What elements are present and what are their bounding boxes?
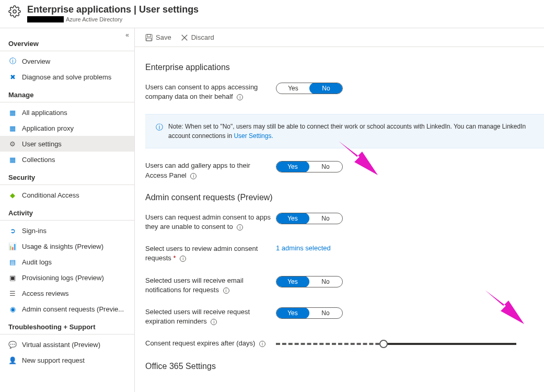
- expiration-reminder-toggle[interactable]: Yes No: [276, 307, 343, 319]
- toolbar: Save Discard: [135, 28, 544, 47]
- consent-icon: ◉: [8, 305, 17, 313]
- page-title: Enterprise applications | User settings: [27, 4, 199, 15]
- page-subtitle: Azure Active Directory: [66, 16, 122, 22]
- toggle-yes[interactable]: Yes: [276, 276, 309, 287]
- log-icon: ▤: [8, 258, 17, 266]
- sidebar-item-user-settings[interactable]: ⚙User settings: [0, 136, 134, 152]
- toggle-no[interactable]: No: [309, 162, 342, 172]
- info-icon[interactable]: i: [259, 341, 265, 347]
- email-notif-label: Selected users will receive email notifi…: [145, 276, 276, 295]
- sidebar-section-trouble: Troubleshooting + Support: [0, 319, 134, 335]
- discard-icon: [181, 34, 188, 41]
- sidebar-item-diagnose[interactable]: ✖Diagnose and solve problems: [0, 69, 134, 85]
- admin-consent-heading: Admin consent requests (Preview): [145, 193, 544, 202]
- info-icon[interactable]: i: [211, 319, 217, 325]
- expires-after-label: Consent request expires after (days) i: [145, 339, 276, 348]
- shield-icon: ◆: [8, 191, 17, 199]
- redacted-tenant: [27, 16, 64, 22]
- toggle-no[interactable]: No: [309, 213, 342, 224]
- toggle-yes[interactable]: Yes: [276, 83, 310, 94]
- sidebar-section-overview: Overview: [0, 36, 134, 51]
- reviews-icon: ☰: [8, 289, 17, 297]
- toggle-no[interactable]: No: [309, 276, 342, 287]
- expiration-reminder-label: Selected users will receive request expi…: [145, 307, 276, 326]
- info-icon[interactable]: i: [190, 173, 196, 179]
- sidebar-item-admin-consent[interactable]: ◉Admin consent requests (Previe...: [0, 301, 134, 317]
- info-icon: ⓘ: [8, 57, 17, 65]
- sidebar-item-collections[interactable]: ▦Collections: [0, 152, 134, 167]
- save-icon: [145, 34, 153, 41]
- toggle-yes[interactable]: Yes: [276, 213, 309, 224]
- user-consent-toggle[interactable]: Yes No: [276, 83, 343, 94]
- sidebar-item-virtual[interactable]: 💬Virtual assistant (Preview): [0, 337, 134, 352]
- gallery-apps-label: Users can add gallery apps to their Acce…: [145, 161, 276, 180]
- toggle-yes[interactable]: Yes: [276, 161, 309, 172]
- expires-slider[interactable]: [276, 339, 516, 349]
- sidebar-section-security: Security: [0, 169, 134, 185]
- gear-icon: [8, 5, 21, 19]
- sidebar-section-manage: Manage: [0, 87, 134, 102]
- user-settings-link[interactable]: User Settings.: [234, 132, 273, 140]
- admin-request-label: Users can request admin consent to apps …: [145, 213, 276, 232]
- sidebar-item-audit[interactable]: ▤Audit logs: [0, 254, 134, 270]
- discard-button[interactable]: Discard: [181, 33, 214, 41]
- sidebar-item-provisioning[interactable]: ▣Provisioning logs (Preview): [0, 270, 134, 285]
- svg-rect-3: [147, 38, 152, 40]
- save-button[interactable]: Save: [145, 33, 171, 41]
- email-notif-toggle[interactable]: Yes No: [276, 276, 343, 287]
- gear-icon: ⚙: [8, 140, 17, 148]
- admins-selected-link[interactable]: 1 admins selected: [276, 244, 331, 252]
- user-consent-label: Users can consent to apps accessing comp…: [145, 83, 276, 101]
- chart-icon: 📊: [8, 242, 17, 250]
- sidebar: « Overview ⓘOverview ✖Diagnose and solve…: [0, 28, 135, 392]
- sidebar-item-support[interactable]: 👤New support request: [0, 352, 134, 368]
- office-settings-heading: Office 365 Settings: [145, 362, 544, 371]
- page-header: Enterprise applications | User settings …: [0, 0, 544, 28]
- toggle-no[interactable]: No: [309, 83, 343, 94]
- info-icon[interactable]: i: [223, 287, 229, 294]
- info-icon: ⓘ: [156, 122, 163, 141]
- sidebar-item-usage[interactable]: 📊Usage & insights (Preview): [0, 238, 134, 254]
- enterprise-apps-heading: Enterprise applications: [145, 63, 544, 72]
- linkedin-note: ⓘ Note: When set to "No", users may stil…: [145, 114, 544, 148]
- slider-thumb[interactable]: [379, 340, 388, 348]
- grid-icon: ▦: [8, 108, 17, 117]
- proxy-icon: ▦: [8, 124, 17, 132]
- assistant-icon: 💬: [8, 340, 17, 349]
- gallery-apps-toggle[interactable]: Yes No: [276, 161, 343, 172]
- sidebar-item-overview[interactable]: ⓘOverview: [0, 53, 134, 69]
- info-icon[interactable]: i: [237, 224, 243, 230]
- toggle-yes[interactable]: Yes: [276, 307, 309, 319]
- info-icon[interactable]: i: [180, 256, 186, 262]
- sidebar-section-activity: Activity: [0, 205, 134, 221]
- wrench-icon: ✖: [8, 73, 17, 81]
- svg-rect-2: [147, 34, 151, 36]
- svg-point-0: [13, 10, 16, 13]
- main-content: Save Discard Enterprise applications Use…: [135, 28, 544, 392]
- signin-icon: ➲: [8, 226, 17, 235]
- sidebar-item-conditional-access[interactable]: ◆Conditional Access: [0, 187, 134, 203]
- sidebar-item-access-reviews[interactable]: ☰Access reviews: [0, 285, 134, 301]
- admin-request-toggle[interactable]: Yes No: [276, 213, 343, 224]
- collapse-sidebar-icon[interactable]: «: [125, 31, 129, 39]
- sidebar-item-app-proxy[interactable]: ▦Application proxy: [0, 120, 134, 136]
- provisioning-icon: ▣: [8, 273, 17, 282]
- select-users-label: Select users to review admin consent req…: [145, 244, 276, 263]
- collections-icon: ▦: [8, 155, 17, 164]
- sidebar-item-sign-ins[interactable]: ➲Sign-ins: [0, 223, 134, 238]
- toggle-no[interactable]: No: [309, 308, 342, 318]
- info-icon[interactable]: i: [237, 94, 243, 100]
- sidebar-item-all-apps[interactable]: ▦All applications: [0, 105, 134, 120]
- support-icon: 👤: [8, 356, 17, 364]
